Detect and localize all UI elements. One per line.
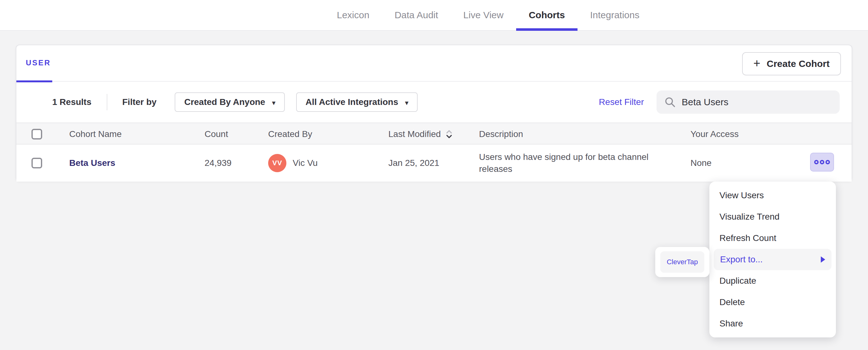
- submenu-arrow-icon: [821, 256, 825, 262]
- sort-chevrons-icon[interactable]: [445, 130, 453, 139]
- created-by-dropdown-label: Created By Anyone: [184, 97, 265, 107]
- description-cell: Users who have signed up for beta channe…: [479, 144, 663, 182]
- integrations-dropdown-label: All Active Integrations: [306, 97, 398, 107]
- created-by-dropdown[interactable]: Created By Anyone ▾: [175, 92, 284, 112]
- plus-icon: +: [753, 57, 761, 69]
- card-header: USER + Create Cohort: [17, 45, 851, 82]
- column-header-cohort-name[interactable]: Cohort Name: [69, 123, 122, 145]
- column-header-your-access: Your Access: [690, 123, 739, 145]
- created-by-cell: VV Vic Vu: [268, 144, 317, 182]
- menu-item-view-users[interactable]: View Users: [709, 185, 836, 206]
- nav-tab-integrations[interactable]: Integrations: [578, 0, 652, 30]
- results-count: 1 Results: [52, 97, 92, 107]
- row-checkbox[interactable]: [31, 158, 42, 168]
- nav-tab-cohorts[interactable]: Cohorts: [516, 0, 578, 30]
- menu-item-refresh-count[interactable]: Refresh Count: [709, 228, 836, 249]
- menu-item-share[interactable]: Share: [709, 313, 836, 334]
- nav-tab-live-view[interactable]: Live View: [451, 0, 516, 30]
- integrations-dropdown[interactable]: All Active Integrations ▾: [296, 92, 418, 112]
- search-icon: [665, 97, 675, 107]
- cohorts-card: USER + Create Cohort 1 Results Filter by…: [16, 45, 852, 182]
- create-cohort-label: Create Cohort: [767, 59, 830, 69]
- cohorts-page: Lexicon Data Audit Live View Cohorts Int…: [0, 0, 868, 350]
- menu-item-visualize-trend[interactable]: Visualize Trend: [709, 206, 836, 228]
- main-nav: Lexicon Data Audit Live View Cohorts Int…: [54, 0, 868, 30]
- create-cohort-button[interactable]: + Create Cohort: [742, 52, 841, 75]
- search-value: Beta Users: [682, 97, 728, 107]
- menu-item-delete[interactable]: Delete: [709, 291, 836, 313]
- table-row: Beta Users 24,939 VV Vic Vu Jan 25, 2021…: [17, 144, 851, 182]
- avatar: VV: [268, 154, 286, 172]
- column-header-last-modified[interactable]: Last Modified: [389, 123, 453, 145]
- select-all-checkbox[interactable]: [31, 129, 42, 140]
- filter-bar: 1 Results Filter by Created By Anyone ▾ …: [17, 82, 851, 123]
- menu-item-duplicate[interactable]: Duplicate: [709, 270, 836, 291]
- table-header: Cohort Name Count Created By Last Modifi…: [17, 123, 851, 144]
- tab-user[interactable]: USER: [26, 59, 51, 67]
- kebab-menu-button[interactable]: [810, 153, 834, 172]
- row-actions-menu: View Users Visualize Trend Refresh Count…: [709, 182, 836, 338]
- cohort-name-link[interactable]: Beta Users: [69, 158, 115, 168]
- search-input[interactable]: Beta Users: [656, 91, 840, 114]
- column-header-description: Description: [479, 123, 523, 145]
- column-header-created-by[interactable]: Created By: [268, 123, 312, 145]
- creator-name: Vic Vu: [293, 158, 317, 168]
- column-header-count[interactable]: Count: [205, 123, 228, 145]
- filter-by-label: Filter by: [122, 97, 157, 107]
- kebab-menu-icon: [814, 160, 818, 164]
- chevron-down-icon: ▾: [272, 99, 275, 106]
- chevron-down-icon: ▾: [405, 99, 408, 106]
- nav-tab-lexicon[interactable]: Lexicon: [324, 0, 382, 30]
- submenu-item-clevertap[interactable]: CleverTap: [660, 251, 704, 273]
- your-access-cell: None: [690, 144, 712, 182]
- cohort-count: 24,939: [205, 144, 231, 182]
- export-submenu: CleverTap: [655, 247, 709, 277]
- menu-item-export-to[interactable]: Export to...: [714, 249, 832, 270]
- top-navigation-bar: Lexicon Data Audit Live View Cohorts Int…: [0, 0, 868, 31]
- divider: [107, 94, 107, 110]
- last-modified-cell: Jan 25, 2021: [389, 144, 439, 182]
- nav-tab-data-audit[interactable]: Data Audit: [382, 0, 451, 30]
- reset-filter-link[interactable]: Reset Filter: [599, 97, 644, 107]
